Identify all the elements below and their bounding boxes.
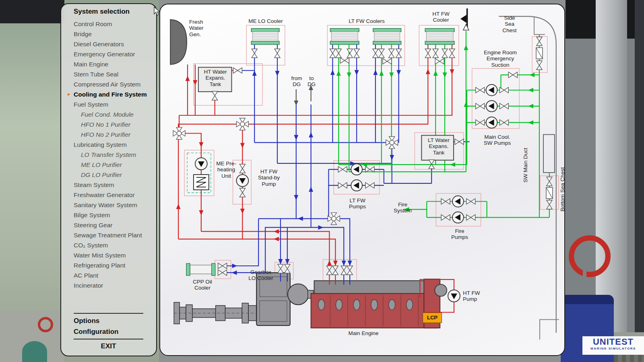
valve-icon[interactable] [500, 103, 508, 109]
bg-dark-corner [0, 0, 64, 23]
valve-icon[interactable] [449, 49, 455, 58]
flow-arrow-icon [528, 104, 533, 108]
sidebar-item[interactable]: ► LO Transfer System [61, 150, 156, 160]
valve-icon[interactable] [476, 120, 485, 125]
valve-icon[interactable] [537, 37, 542, 46]
sidebar-item[interactable]: ► Bridge [61, 29, 156, 39]
sidebar-item[interactable]: ► Bilge System [61, 210, 156, 220]
pump-icon[interactable] [448, 290, 460, 302]
valve-icon[interactable] [239, 188, 245, 197]
valve-icon[interactable] [476, 103, 485, 109]
valve-icon[interactable] [326, 266, 332, 275]
sidebar-item[interactable]: ► Main Engine [61, 59, 156, 69]
flow-arrow-icon [274, 229, 279, 234]
pump-icon[interactable] [452, 212, 464, 223]
sidebar-item[interactable]: ► Diesel Generators [61, 39, 156, 49]
flow-arrow-icon [443, 72, 447, 78]
bg-small-valve [38, 317, 53, 332]
sidebar-item[interactable]: ► Control Room [61, 19, 156, 29]
valve-icon[interactable] [354, 49, 359, 58]
sidebar-item[interactable]: ► DG LO Purifier [61, 170, 156, 180]
valve-icon[interactable] [379, 49, 384, 58]
flow-arrow-icon [232, 264, 237, 268]
valve-icon[interactable] [365, 183, 374, 188]
valve-icon[interactable] [341, 266, 347, 275]
valve-icon[interactable] [476, 87, 485, 93]
sidebar-item[interactable]: ► Sanitary Water System [61, 200, 156, 210]
label-me-lo-cooler: ME LO Cooler [241, 18, 291, 24]
valve-icon[interactable] [338, 183, 347, 188]
valve-icon[interactable] [338, 167, 347, 172]
valve-icon[interactable] [433, 49, 438, 58]
valve-icon[interactable] [332, 266, 338, 275]
valve-icon[interactable] [389, 49, 394, 58]
valve-icon[interactable] [466, 215, 475, 220]
pump-icon[interactable] [351, 164, 362, 175]
options-button[interactable]: Options [74, 315, 143, 326]
label-fire-pumps: Fire Pumps [437, 228, 482, 241]
pump-icon[interactable] [486, 84, 497, 96]
flow-arrow-icon [464, 102, 468, 107]
valve-icon[interactable] [383, 58, 392, 64]
valve-icon[interactable] [212, 91, 218, 100]
valve-icon[interactable] [218, 270, 227, 276]
valve-icon[interactable] [547, 177, 552, 186]
pump-icon[interactable] [351, 180, 362, 191]
valve-icon[interactable] [347, 49, 353, 58]
valve-icon[interactable] [508, 72, 517, 78]
sidebar-item[interactable]: ► Sewage Treatment Plant [61, 230, 156, 240]
sidebar-item[interactable]: ► CO₂ System [61, 240, 156, 250]
pump-icon[interactable] [486, 117, 497, 128]
sidebar-item[interactable]: ► Emergency Generator [61, 49, 156, 59]
sidebar-item[interactable]: ► Fuel Cond. Module [61, 109, 156, 119]
pump-icon[interactable] [195, 158, 207, 170]
sidebar-item[interactable]: ► ME LO Purifier [61, 160, 156, 170]
valve-icon[interactable] [500, 120, 508, 125]
sidebar-item[interactable]: ► Water Mist System [61, 250, 156, 260]
valve-icon[interactable] [330, 49, 335, 58]
valve-icon[interactable] [285, 264, 290, 273]
sidebar-item[interactable]: ► Freshwater Generator [61, 190, 156, 200]
sidebar-item[interactable]: ► Fuel System [61, 99, 156, 109]
sidebar-item[interactable]: ► Steering Gear [61, 220, 156, 230]
three-way-valve-icon[interactable] [328, 213, 340, 225]
valve-icon[interactable] [466, 199, 475, 204]
pump-icon[interactable] [486, 101, 497, 112]
sidebar-item[interactable]: ► Lubricating System [61, 140, 156, 150]
valve-icon[interactable] [547, 200, 552, 209]
valve-icon[interactable] [218, 263, 227, 269]
valve-icon[interactable] [442, 49, 448, 58]
valve-icon[interactable] [435, 58, 444, 64]
sidebar-item[interactable]: ► Cooling and Fire System [61, 89, 156, 99]
valve-icon[interactable] [340, 58, 349, 63]
lcp-badge[interactable]: LCP [423, 313, 442, 323]
valve-icon[interactable] [441, 215, 450, 220]
valve-icon[interactable] [537, 61, 542, 70]
three-way-valve-icon[interactable] [236, 118, 248, 130]
sidebar-item[interactable]: ► Incinerator [61, 280, 156, 290]
valve-icon[interactable] [252, 49, 257, 58]
valve-icon[interactable] [500, 87, 508, 93]
valve-icon[interactable] [347, 266, 353, 275]
valve-icon[interactable] [455, 139, 464, 144]
valve-icon[interactable] [233, 68, 242, 73]
sidebar-item[interactable]: ► Refrigerating Plant [61, 260, 156, 270]
sidebar-item[interactable]: ► HFO No 2 Purifier [61, 130, 156, 140]
valve-icon[interactable] [425, 49, 431, 58]
sidebar-item[interactable]: ► HFO No 1 Purifier [61, 119, 156, 130]
sidebar-item[interactable]: ► AC Plant [61, 270, 156, 280]
sidebar-item[interactable]: ► Stern Tube Seal [61, 69, 156, 79]
three-way-valve-icon[interactable] [386, 136, 398, 148]
pump-icon[interactable] [452, 196, 464, 207]
configuration-button[interactable]: Configuration [74, 326, 143, 337]
valve-icon[interactable] [373, 49, 378, 58]
exit-button[interactable]: EXIT [74, 341, 143, 352]
valve-icon[interactable] [441, 199, 450, 204]
valve-icon[interactable] [239, 164, 245, 173]
sidebar-item[interactable]: ► Compressed Air System [61, 79, 156, 89]
valve-icon[interactable] [336, 49, 341, 58]
sidebar-item[interactable]: ► Steam System [61, 180, 156, 190]
valve-icon[interactable] [275, 49, 280, 58]
three-way-valve-icon[interactable] [173, 128, 185, 140]
valve-icon[interactable] [396, 49, 402, 58]
